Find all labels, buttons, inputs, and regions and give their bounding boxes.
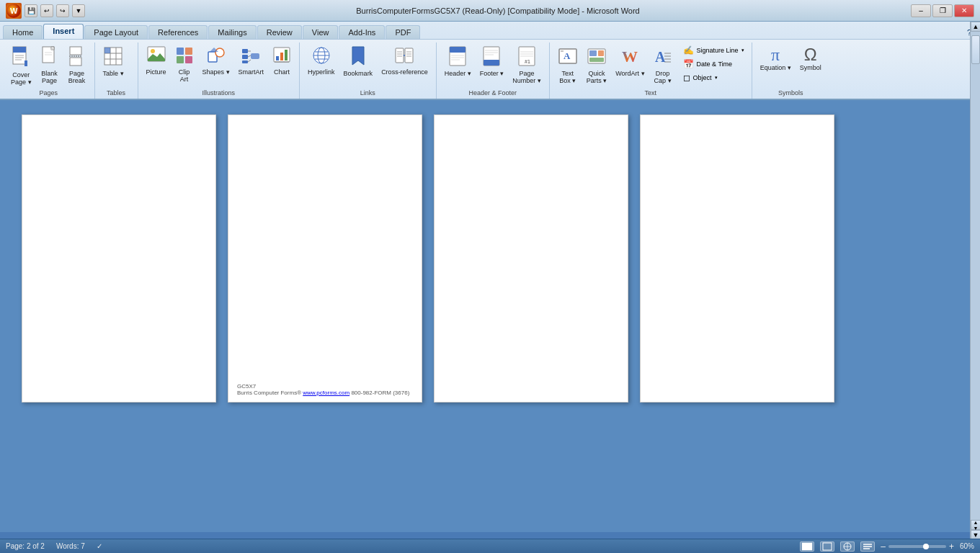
svg-rect-41 [280,53,283,60]
svg-rect-33 [242,55,248,59]
tab-review[interactable]: Review [257,25,302,39]
quick-access-more[interactable]: ▼ [72,4,85,17]
text-box-button[interactable]: A TextBox ▾ [554,44,582,86]
quick-access-save[interactable]: 💾 [24,4,37,17]
footer-line2: Burris Computer Forms® www.pcforms.com 8… [237,390,409,396]
cover-page-button[interactable]: CoverPage ▾ [7,44,35,88]
svg-rect-32 [242,49,248,53]
bookmark-button[interactable]: Bookmark [340,44,377,79]
zoom-track[interactable] [888,545,946,548]
page-info: Page: 2 of 2 [6,542,45,550]
signature-line-icon: ✍ [683,45,694,55]
view-draft-button[interactable] [860,541,875,552]
view-web-button[interactable] [840,541,855,552]
view-print-button[interactable] [800,541,814,552]
tab-insert[interactable]: Insert [43,24,84,39]
zoom-thumb[interactable] [923,544,929,549]
text-group-label: Text [554,88,747,99]
table-button[interactable]: Table ▾ [99,44,128,79]
clip-art-label: ClipArt [179,68,190,83]
scroll-expand-up[interactable]: ▲ [974,520,979,525]
shapes-icon [207,46,226,68]
chart-button[interactable]: Chart [269,44,295,78]
svg-rect-15 [70,58,81,66]
bookmark-icon [350,46,366,69]
symbols-group-label: Symbols [757,88,825,99]
smartart-button[interactable]: SmartArt [235,44,268,78]
chart-icon [272,46,291,68]
minimize-button[interactable]: – [911,4,931,17]
tab-pdf[interactable]: PDF [386,25,420,39]
text-box-label: TextBox ▾ [559,70,576,84]
zoom-plus[interactable]: + [949,541,954,552]
page-break-label: PageBreak [68,70,86,84]
tab-references[interactable]: References [148,25,208,39]
svg-rect-78 [589,50,597,56]
blank-page-button[interactable]: BlankPage [37,44,63,86]
group-symbols: π Equation ▾ Ω Symbol Symbols [752,42,829,99]
tab-page-layout[interactable]: Page Layout [84,25,148,39]
pages-group-label: Pages [7,88,90,99]
spell-check-icon[interactable]: ✓ [97,542,102,550]
clip-art-button[interactable]: ClipArt [172,44,197,85]
scroll-thumb[interactable] [971,35,980,64]
restore-button[interactable]: ❐ [932,4,953,17]
text-box-icon: A [558,46,578,69]
chart-label: Chart [274,68,290,76]
cross-reference-button[interactable]: Cross-reference [378,44,432,78]
page-number-button[interactable]: #1 PageNumber ▾ [509,44,545,86]
signature-line-button[interactable]: ✍ Signature Line ▾ [680,44,747,57]
svg-point-23 [151,49,155,53]
quick-parts-button[interactable]: QuickParts ▾ [583,44,611,86]
svg-rect-13 [70,47,81,55]
drop-cap-button[interactable]: A DropCap ▾ [650,44,676,86]
office-logo[interactable]: W [6,3,22,19]
picture-icon [147,46,166,68]
svg-point-30 [215,48,224,57]
svg-rect-34 [242,60,248,63]
tab-mailings[interactable]: Mailings [208,25,256,39]
smartart-label: SmartArt [239,68,264,76]
group-illustrations: Picture ClipArt [138,42,300,99]
header-button[interactable]: Header ▾ [441,44,475,79]
object-icon: ◻ [683,73,690,83]
zoom-minus[interactable]: – [881,541,886,552]
page-1 [22,114,216,403]
symbol-button[interactable]: Ω Symbol [796,44,825,73]
page-break-button[interactable]: PageBreak [64,44,90,86]
zoom-control: – + [881,541,954,552]
hyperlink-icon [312,46,331,68]
footer-button[interactable]: Footer ▾ [476,44,508,79]
date-time-button[interactable]: 📅 Date & Time [680,58,747,71]
hyperlink-button[interactable]: Hyperlink [304,44,339,78]
svg-line-36 [248,55,251,57]
shapes-button[interactable]: Shapes ▾ [199,44,233,78]
quick-access-redo[interactable]: ↪ [56,4,69,17]
footer-website[interactable]: www.pcforms.com [303,390,349,396]
page-4 [640,114,834,403]
tab-add-ins[interactable]: Add-Ins [339,25,385,39]
scrollbar: ▲ ▲ ▼ ▼ [970,22,980,540]
svg-text:A: A [564,50,571,61]
tab-view[interactable]: View [303,25,339,39]
wordart-button[interactable]: W WordArt ▾ [612,44,648,79]
symbol-label: Symbol [800,64,821,71]
scroll-up-button[interactable]: ▲ [971,22,980,32]
picture-button[interactable]: Picture [143,44,170,78]
tab-home[interactable]: Home [3,25,43,39]
object-button[interactable]: ◻ Object ▾ [680,71,747,84]
object-label: Object [693,74,712,81]
drop-cap-label: DropCap ▾ [654,70,672,84]
blank-page-icon [42,46,58,69]
view-fullscreen-button[interactable] [820,541,834,552]
svg-rect-60 [450,47,466,53]
equation-button[interactable]: π Equation ▾ [757,44,795,73]
svg-line-37 [248,60,251,62]
blank-page-label: BlankPage [41,70,58,84]
close-button[interactable]: ✕ [954,4,974,17]
wordart-icon: W [620,46,639,69]
footer-label: Footer ▾ [480,70,504,77]
quick-access-undo[interactable]: ↩ [40,4,53,17]
status-bar-right: – + 60% [800,541,974,552]
svg-rect-24 [148,59,165,61]
